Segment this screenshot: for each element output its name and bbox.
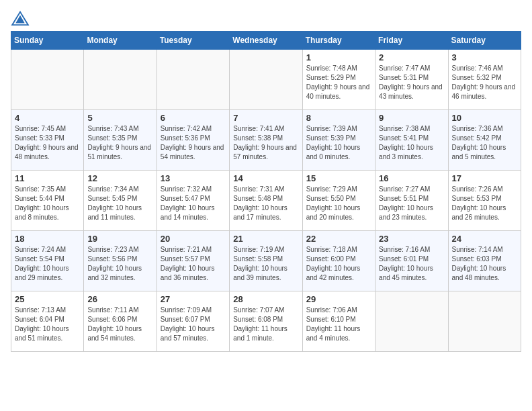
column-header-tuesday: Tuesday <box>157 32 229 50</box>
day-info: Sunrise: 7:34 AMSunset: 5:45 PMDaylight:… <box>87 185 152 222</box>
calendar-cell <box>230 50 302 110</box>
day-number: 9 <box>379 113 444 123</box>
day-number: 16 <box>379 173 444 183</box>
column-header-saturday: Saturday <box>448 32 521 50</box>
calendar-cell: 16Sunrise: 7:27 AMSunset: 5:51 PMDayligh… <box>375 171 448 231</box>
calendar-cell: 26Sunrise: 7:11 AMSunset: 6:06 PMDayligh… <box>84 291 157 352</box>
calendar-cell: 21Sunrise: 7:19 AMSunset: 5:58 PMDayligh… <box>230 231 302 291</box>
day-number: 1 <box>306 52 371 62</box>
column-header-sunday: Sunday <box>11 32 84 50</box>
calendar-week-row: 4Sunrise: 7:45 AMSunset: 5:33 PMDaylight… <box>11 110 521 171</box>
day-number: 7 <box>233 113 298 123</box>
day-number: 6 <box>161 113 226 123</box>
day-number: 21 <box>233 234 298 244</box>
calendar-cell: 15Sunrise: 7:29 AMSunset: 5:50 PMDayligh… <box>302 171 375 231</box>
day-info: Sunrise: 7:43 AMSunset: 5:35 PMDaylight:… <box>87 124 152 162</box>
calendar-cell: 12Sunrise: 7:34 AMSunset: 5:45 PMDayligh… <box>84 171 157 231</box>
day-number: 8 <box>306 113 371 123</box>
day-number: 27 <box>161 294 226 304</box>
calendar-table: SundayMondayTuesdayWednesdayThursdayFrid… <box>11 31 521 352</box>
calendar-cell: 5Sunrise: 7:43 AMSunset: 5:35 PMDaylight… <box>84 110 157 171</box>
day-info: Sunrise: 7:38 AMSunset: 5:41 PMDaylight:… <box>379 124 444 162</box>
calendar-cell: 19Sunrise: 7:23 AMSunset: 5:56 PMDayligh… <box>84 231 157 291</box>
calendar-cell: 18Sunrise: 7:24 AMSunset: 5:54 PMDayligh… <box>11 231 84 291</box>
calendar-cell: 7Sunrise: 7:41 AMSunset: 5:38 PMDaylight… <box>230 110 302 171</box>
calendar-week-row: 25Sunrise: 7:13 AMSunset: 6:04 PMDayligh… <box>11 291 521 352</box>
calendar-cell: 24Sunrise: 7:14 AMSunset: 6:03 PMDayligh… <box>448 231 521 291</box>
day-number: 28 <box>233 294 298 304</box>
day-info: Sunrise: 7:45 AMSunset: 5:33 PMDaylight:… <box>15 124 80 162</box>
calendar-cell: 20Sunrise: 7:21 AMSunset: 5:57 PMDayligh… <box>157 231 229 291</box>
calendar-cell: 3Sunrise: 7:46 AMSunset: 5:32 PMDaylight… <box>448 50 521 110</box>
calendar-cell: 22Sunrise: 7:18 AMSunset: 6:00 PMDayligh… <box>302 231 375 291</box>
calendar-cell: 29Sunrise: 7:06 AMSunset: 6:10 PMDayligh… <box>302 291 375 352</box>
calendar-cell: 2Sunrise: 7:47 AMSunset: 5:31 PMDaylight… <box>375 50 448 110</box>
day-info: Sunrise: 7:48 AMSunset: 5:29 PMDaylight:… <box>306 64 371 101</box>
calendar-cell: 23Sunrise: 7:16 AMSunset: 6:01 PMDayligh… <box>375 231 448 291</box>
calendar-cell <box>448 291 521 352</box>
day-number: 5 <box>87 113 152 123</box>
day-info: Sunrise: 7:13 AMSunset: 6:04 PMDaylight:… <box>15 306 80 343</box>
calendar-cell: 11Sunrise: 7:35 AMSunset: 5:44 PMDayligh… <box>11 171 84 231</box>
day-info: Sunrise: 7:35 AMSunset: 5:44 PMDaylight:… <box>15 185 80 222</box>
calendar-week-row: 1Sunrise: 7:48 AMSunset: 5:29 PMDaylight… <box>11 50 521 110</box>
day-info: Sunrise: 7:32 AMSunset: 5:47 PMDaylight:… <box>161 185 226 222</box>
calendar-cell <box>84 50 157 110</box>
calendar-cell <box>11 50 84 110</box>
day-info: Sunrise: 7:07 AMSunset: 6:08 PMDaylight:… <box>233 306 298 343</box>
day-info: Sunrise: 7:18 AMSunset: 6:00 PMDaylight:… <box>306 245 371 283</box>
calendar-cell: 10Sunrise: 7:36 AMSunset: 5:42 PMDayligh… <box>448 110 521 171</box>
calendar-cell: 25Sunrise: 7:13 AMSunset: 6:04 PMDayligh… <box>11 291 84 352</box>
day-info: Sunrise: 7:24 AMSunset: 5:54 PMDaylight:… <box>15 245 80 283</box>
column-header-friday: Friday <box>375 32 448 50</box>
day-info: Sunrise: 7:46 AMSunset: 5:32 PMDaylight:… <box>452 64 517 101</box>
calendar-cell: 4Sunrise: 7:45 AMSunset: 5:33 PMDaylight… <box>11 110 84 171</box>
calendar-cell: 28Sunrise: 7:07 AMSunset: 6:08 PMDayligh… <box>230 291 302 352</box>
day-number: 2 <box>379 52 444 62</box>
day-info: Sunrise: 7:09 AMSunset: 6:07 PMDaylight:… <box>161 306 226 343</box>
day-info: Sunrise: 7:14 AMSunset: 6:03 PMDaylight:… <box>452 245 517 283</box>
logo <box>11 11 34 26</box>
calendar-week-row: 18Sunrise: 7:24 AMSunset: 5:54 PMDayligh… <box>11 231 521 291</box>
day-number: 29 <box>306 294 371 304</box>
calendar-cell: 6Sunrise: 7:42 AMSunset: 5:36 PMDaylight… <box>157 110 229 171</box>
day-info: Sunrise: 7:42 AMSunset: 5:36 PMDaylight:… <box>161 124 226 162</box>
day-number: 18 <box>15 234 80 244</box>
calendar-cell: 13Sunrise: 7:32 AMSunset: 5:47 PMDayligh… <box>157 171 229 231</box>
calendar-cell <box>375 291 448 352</box>
day-number: 14 <box>233 173 298 183</box>
day-number: 17 <box>452 173 517 183</box>
day-info: Sunrise: 7:27 AMSunset: 5:51 PMDaylight:… <box>379 185 444 222</box>
day-info: Sunrise: 7:29 AMSunset: 5:50 PMDaylight:… <box>306 185 371 222</box>
day-number: 22 <box>306 234 371 244</box>
day-number: 23 <box>379 234 444 244</box>
day-number: 4 <box>15 113 80 123</box>
calendar-cell: 14Sunrise: 7:31 AMSunset: 5:48 PMDayligh… <box>230 171 302 231</box>
header <box>11 11 521 26</box>
calendar-cell: 9Sunrise: 7:38 AMSunset: 5:41 PMDaylight… <box>375 110 448 171</box>
day-info: Sunrise: 7:16 AMSunset: 6:01 PMDaylight:… <box>379 245 444 283</box>
day-number: 13 <box>161 173 226 183</box>
day-number: 15 <box>306 173 371 183</box>
day-number: 11 <box>15 173 80 183</box>
calendar-cell: 27Sunrise: 7:09 AMSunset: 6:07 PMDayligh… <box>157 291 229 352</box>
day-number: 25 <box>15 294 80 304</box>
day-info: Sunrise: 7:31 AMSunset: 5:48 PMDaylight:… <box>233 185 298 222</box>
logo-icon <box>11 11 30 26</box>
day-info: Sunrise: 7:06 AMSunset: 6:10 PMDaylight:… <box>306 306 371 343</box>
calendar-week-row: 11Sunrise: 7:35 AMSunset: 5:44 PMDayligh… <box>11 171 521 231</box>
column-header-monday: Monday <box>84 32 157 50</box>
calendar-cell: 1Sunrise: 7:48 AMSunset: 5:29 PMDaylight… <box>302 50 375 110</box>
day-info: Sunrise: 7:36 AMSunset: 5:42 PMDaylight:… <box>452 124 517 162</box>
column-header-wednesday: Wednesday <box>230 32 302 50</box>
day-number: 19 <box>87 234 152 244</box>
day-number: 24 <box>452 234 517 244</box>
column-header-thursday: Thursday <box>302 32 375 50</box>
calendar-cell: 17Sunrise: 7:26 AMSunset: 5:53 PMDayligh… <box>448 171 521 231</box>
day-info: Sunrise: 7:41 AMSunset: 5:38 PMDaylight:… <box>233 124 298 162</box>
day-number: 10 <box>452 113 517 123</box>
day-info: Sunrise: 7:39 AMSunset: 5:39 PMDaylight:… <box>306 124 371 162</box>
day-number: 3 <box>452 52 517 62</box>
day-info: Sunrise: 7:47 AMSunset: 5:31 PMDaylight:… <box>379 64 444 101</box>
calendar-header-row: SundayMondayTuesdayWednesdayThursdayFrid… <box>11 32 521 50</box>
